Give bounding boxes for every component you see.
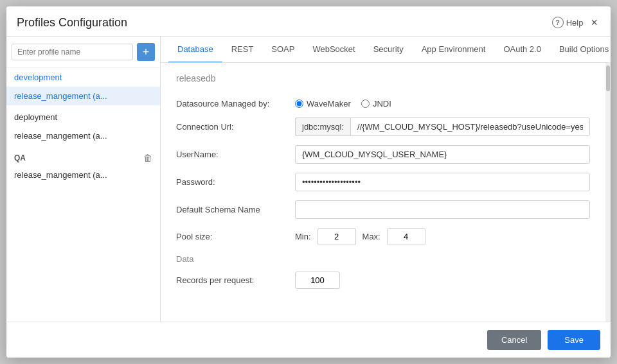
sidebar-item-label: release_mangement (a... <box>14 91 107 101</box>
add-profile-button[interactable]: + <box>137 43 155 61</box>
tab-websocket[interactable]: WebSocket <box>303 37 364 63</box>
tabs-bar: Database REST SOAP WebSocket Security Ap… <box>161 37 611 63</box>
tab-security[interactable]: Security <box>364 37 413 63</box>
header-right: ? Help × <box>552 15 600 30</box>
qa-group-row: QA 🗑 <box>6 148 160 166</box>
main-content: Database REST SOAP WebSocket Security Ap… <box>161 37 611 322</box>
db-name: releasedb <box>176 73 590 89</box>
connection-url-field: jdbc:mysql: <box>295 117 590 136</box>
sidebar-item-release-mgmt-deploy[interactable]: release_mangement (a... <box>6 126 160 145</box>
help-icon: ? <box>552 17 564 28</box>
jndi-option[interactable]: JNDI <box>361 99 391 108</box>
database-tab-pane: releasedb Datasource Managed by: WaveMak… <box>161 63 605 308</box>
help-label: Help <box>566 18 584 28</box>
tab-content-wrapper: releasedb Datasource Managed by: WaveMak… <box>161 63 611 322</box>
pool-row: Min: Max: <box>295 228 425 245</box>
url-prefix: jdbc:mysql: <box>295 117 350 136</box>
wavemaker-option[interactable]: WaveMaker <box>295 99 351 108</box>
password-input[interactable] <box>295 173 590 191</box>
wavemaker-radio[interactable] <box>295 100 303 108</box>
data-section-label: Data <box>176 254 590 264</box>
group-deployment: deployment release_mangement (a... <box>6 108 160 145</box>
jndi-radio[interactable] <box>361 100 370 108</box>
tab-rest[interactable]: REST <box>222 37 263 63</box>
pool-min-label: Min: <box>295 232 311 241</box>
tab-content: releasedb Datasource Managed by: WaveMak… <box>161 63 605 322</box>
pool-min-input[interactable] <box>317 228 356 245</box>
sidebar-item-deployment[interactable]: deployment <box>6 108 160 126</box>
records-per-request-row: Records per request: <box>176 272 590 289</box>
sidebar-item-label: release_mangement (a... <box>14 131 107 141</box>
pool-size-label: Pool size: <box>176 232 295 241</box>
jndi-label: JNDI <box>373 99 391 108</box>
tab-build-options[interactable]: Build Options <box>550 37 611 63</box>
close-button[interactable]: × <box>588 15 600 30</box>
search-input[interactable] <box>12 44 133 60</box>
username-label: UserName: <box>176 150 295 159</box>
username-input[interactable] <box>295 145 590 164</box>
sidebar-item-development[interactable]: development <box>6 68 160 87</box>
dialog-title: Profiles Configuration <box>17 16 127 30</box>
scrollbar[interactable] <box>605 63 611 322</box>
connection-url-label: Connection Url: <box>176 122 295 132</box>
sidebar-item-release-mgmt-dev[interactable]: release_mangement (a... <box>6 87 160 105</box>
tab-app-environment[interactable]: App Environment <box>413 37 495 63</box>
pool-size-row: Pool size: Min: Max: <box>176 228 590 245</box>
group-qa: QA 🗑 release_mangement (a... <box>6 148 160 184</box>
records-per-request-label: Records per request: <box>176 275 295 285</box>
password-label: Password: <box>176 177 295 187</box>
datasource-label: Datasource Managed by: <box>176 99 295 108</box>
search-row: + <box>6 37 160 68</box>
qa-group-label: QA <box>14 153 26 162</box>
tab-oauth2[interactable]: OAuth 2.0 <box>494 37 550 63</box>
wavemaker-label: WaveMaker <box>307 99 351 108</box>
tab-database[interactable]: Database <box>168 37 222 63</box>
schema-label: Default Schema Name <box>176 205 295 214</box>
delete-qa-icon[interactable]: 🗑 <box>143 153 152 163</box>
pool-max-label: Max: <box>362 232 380 241</box>
sidebar: + development release_mangement (a... de… <box>6 37 161 322</box>
sidebar-item-development-label: development <box>14 73 62 82</box>
url-suffix-input[interactable] <box>350 117 590 136</box>
save-button[interactable]: Save <box>548 330 600 350</box>
records-per-request-input[interactable] <box>295 272 340 289</box>
dialog-header: Profiles Configuration ? Help × <box>6 6 611 37</box>
username-row: UserName: <box>176 145 590 164</box>
dialog-footer: Cancel Save <box>6 322 611 358</box>
schema-input[interactable] <box>295 200 590 219</box>
help-button[interactable]: ? Help <box>552 17 584 28</box>
datasource-radio-group: WaveMaker JNDI <box>295 99 391 108</box>
sidebar-item-release-mgmt-qa[interactable]: release_mangement (a... <box>6 166 160 184</box>
group-development: development release_mangement (a... <box>6 68 160 105</box>
cancel-button[interactable]: Cancel <box>487 330 541 350</box>
schema-row: Default Schema Name <box>176 200 590 219</box>
profiles-configuration-dialog: Profiles Configuration ? Help × + develo… <box>6 6 611 358</box>
password-row: Password: <box>176 173 590 191</box>
pool-max-input[interactable] <box>387 228 425 245</box>
datasource-row: Datasource Managed by: WaveMaker JNDI <box>176 99 590 108</box>
connection-url-row: Connection Url: jdbc:mysql: <box>176 117 590 136</box>
tab-soap[interactable]: SOAP <box>262 37 303 63</box>
dialog-body: + development release_mangement (a... de… <box>6 37 611 322</box>
sidebar-item-label: release_mangement (a... <box>14 170 107 180</box>
scrollbar-thumb <box>606 65 610 91</box>
sidebar-item-deployment-label: deployment <box>14 112 57 122</box>
